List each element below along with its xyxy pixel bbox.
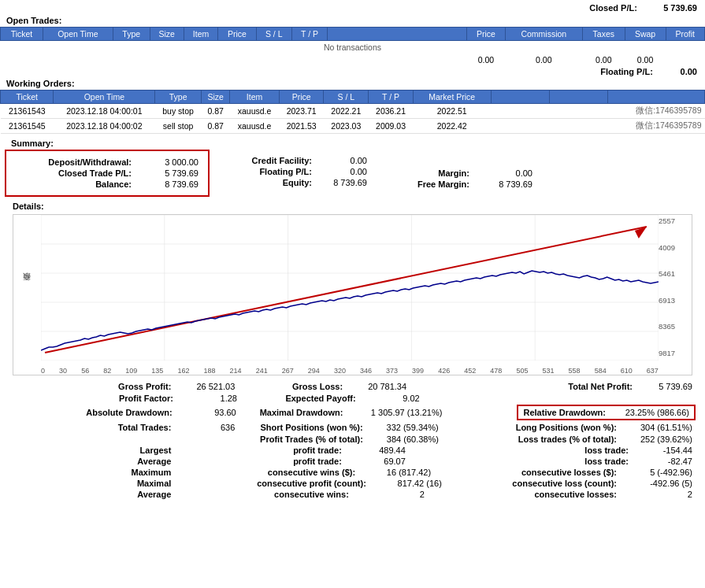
credit-label: Credit Facility: [225, 156, 312, 165]
working-order-row: 213615432023.12.18 04:00:01buy stop0.87x… [1, 104, 705, 119]
consec-losses-label: consecutive losses ($): [521, 468, 617, 477]
abs-drawdown-cell: Absolute Drawdown: 93.60 [6, 408, 236, 417]
summary-middle-box: Credit Facility: 0.00 Floating P/L: 0.00… [210, 150, 383, 194]
profit-factor-label: Profit Factor: [119, 394, 173, 403]
average-cell: Average [6, 457, 235, 466]
working-orders-section: Working Orders: Ticket Open Time Type Si… [0, 77, 705, 134]
floating-pl-row: Floating P/L: 0.00 [0, 66, 705, 77]
details-title: Details: [6, 200, 699, 213]
col-item: Item [184, 28, 217, 41]
consec-loss-label: consecutive loss (count): [512, 479, 617, 488]
profit-factor-value: 1.28 [178, 394, 237, 403]
max-drawdown-cell: Maximal Drawdown: 1 305.97 (13.21%) [236, 408, 466, 417]
avg-profit-trade-value: 69.07 [347, 457, 406, 466]
zero-swap: 0.00 [625, 54, 666, 66]
col-price: Price [218, 28, 257, 41]
credit-row: Credit Facility: 0.00 [225, 156, 367, 165]
consec-wins-value: 16 (817.42) [360, 468, 431, 477]
stats-row2: Profit Factor: 1.28 Expected Payoff: 9.0… [6, 393, 699, 404]
chart-svg [41, 215, 659, 361]
deposit-row: Deposit/Withdrawal: 3 000.00 [16, 157, 199, 167]
stats-section: Gross Profit: 26 521.03 Gross Loss: 20 7… [0, 377, 705, 502]
profit-trades-cell: Profit Trades (% of total): 384 (60.38%) [235, 435, 463, 444]
margin-value: 0.00 [477, 168, 532, 178]
zero-row: 0.00 0.00 0.00 0.00 [1, 54, 705, 66]
credit-value: 0.00 [320, 156, 367, 165]
wo-col-item: Item [230, 91, 279, 104]
loss-trades-value: 252 (39.62%) [622, 435, 692, 444]
summary-content: Deposit/Withdrawal: 3 000.00 Closed Trad… [5, 150, 700, 197]
average-label: Average [137, 457, 171, 466]
avg-consec-losses-cell: consecutive losses: 2 [464, 490, 699, 499]
col-swap: Swap [625, 28, 666, 41]
zero-profit [666, 54, 704, 66]
free-margin-row: Free Margin: 8 739.69 [391, 179, 532, 189]
col-size: Size [150, 28, 184, 41]
zero-commission: 0.00 [505, 54, 582, 66]
loss-trade-label: loss trade: [584, 446, 629, 455]
short-positions-label: Short Positions (won %): [260, 423, 362, 432]
abs-drawdown-value: 93.60 [177, 408, 236, 417]
stats-row4: Total Trades: 636 Short Positions (won %… [6, 421, 699, 434]
short-positions-cell: Short Positions (won %): 332 (59.34%) [235, 423, 463, 432]
zero-price: 0.00 [467, 54, 506, 66]
loss-trade-cell: loss trade: -154.44 [464, 446, 699, 455]
wo-col-market-price: Market Price [413, 91, 491, 104]
profit-trade-label: profit trade: [293, 446, 342, 455]
equity-label: Equity: [225, 178, 312, 187]
no-transactions-row: No transactions [1, 41, 705, 54]
wo-col-empty3 [607, 91, 704, 104]
closed-pl-label: Closed P/L: [589, 3, 637, 13]
avg-loss-trade-value: -82.47 [633, 457, 692, 466]
chart-y-label: 余额 [13, 215, 41, 361]
profit-trade-cell: profit trade: 489.44 [235, 446, 463, 455]
long-positions-cell: Long Positions (won %): 304 (61.51%) [464, 423, 699, 432]
consec-losses-cell: consecutive losses ($): 5 (-492.96) [464, 468, 699, 477]
long-positions-value: 304 (61.51%) [622, 423, 692, 432]
free-margin-value: 8 739.69 [477, 179, 532, 189]
profit-trades-value: 384 (60.38%) [368, 435, 439, 444]
maximal-cell: Maximal [6, 479, 235, 488]
working-orders-table: Ticket Open Time Type Size Item Price S … [0, 90, 705, 134]
gross-loss-label: Gross Loss: [292, 382, 343, 391]
col-ticket: Ticket [1, 28, 43, 41]
summary-left-box: Deposit/Withdrawal: 3 000.00 Closed Trad… [5, 150, 210, 197]
maximum-cell: Maximum [6, 468, 235, 477]
avg-consec-wins-cell: consecutive wins: 2 [235, 490, 463, 499]
rel-drawdown-value: 23.25% (986.66) [610, 408, 689, 417]
deposit-value: 3 000.00 [139, 157, 199, 167]
col-taxes: Taxes [582, 28, 625, 41]
expected-payoff-value: 9.02 [361, 394, 420, 403]
floating-pl-value: 0.00 [658, 67, 697, 76]
loss-trade-value: -154.44 [633, 446, 692, 455]
closed-pl-header: Closed P/L: 5 739.69 [0, 0, 705, 14]
wo-col-sl: S / L [324, 91, 369, 104]
average2-label: Average [137, 490, 171, 499]
consec-losses-value: 5 (-492.96) [622, 468, 692, 477]
col-tp: T / P [291, 28, 328, 41]
equity-value: 8 739.69 [320, 178, 367, 187]
max-drawdown-value: 1 305.97 (13.21%) [347, 408, 442, 417]
rel-drawdown-cell: Relative Drawdown: 23.25% (986.66) [466, 405, 699, 420]
avg-profit-trade-label: profit trade: [293, 457, 342, 466]
total-trades-value: 636 [176, 423, 235, 432]
col-price2: Price [467, 28, 506, 41]
loss-trades-cell: Loss trades (% of total): 252 (39.62%) [464, 435, 699, 444]
gross-profit-value: 26 521.03 [176, 382, 235, 391]
summary-title: Summary: [5, 137, 700, 150]
avg-consec-wins-value: 2 [354, 490, 425, 499]
floating-pl-value2: 0.00 [320, 167, 367, 176]
wo-col-size: Size [202, 91, 230, 104]
consec-wins-cell: consecutive wins ($): 16 (817.42) [235, 468, 463, 477]
no-transactions-text: No transactions [1, 41, 705, 54]
chart-container: 余额 [13, 214, 692, 375]
expected-payoff-cell: Expected Payoff: 9.02 [237, 394, 468, 403]
wo-col-empty1 [491, 91, 549, 104]
gross-profit-label: Gross Profit: [118, 382, 171, 391]
avg-consec-losses-value: 2 [622, 490, 692, 499]
abs-drawdown-label: Absolute Drawdown: [86, 408, 172, 417]
balance-value: 8 739.69 [139, 179, 199, 189]
open-trades-table: Ticket Open Time Type Size Item Price S … [0, 27, 705, 66]
avg-consec-wins-label: consecutive wins: [274, 490, 349, 499]
total-net-profit-cell: Total Net Profit: 5 739.69 [464, 382, 699, 391]
